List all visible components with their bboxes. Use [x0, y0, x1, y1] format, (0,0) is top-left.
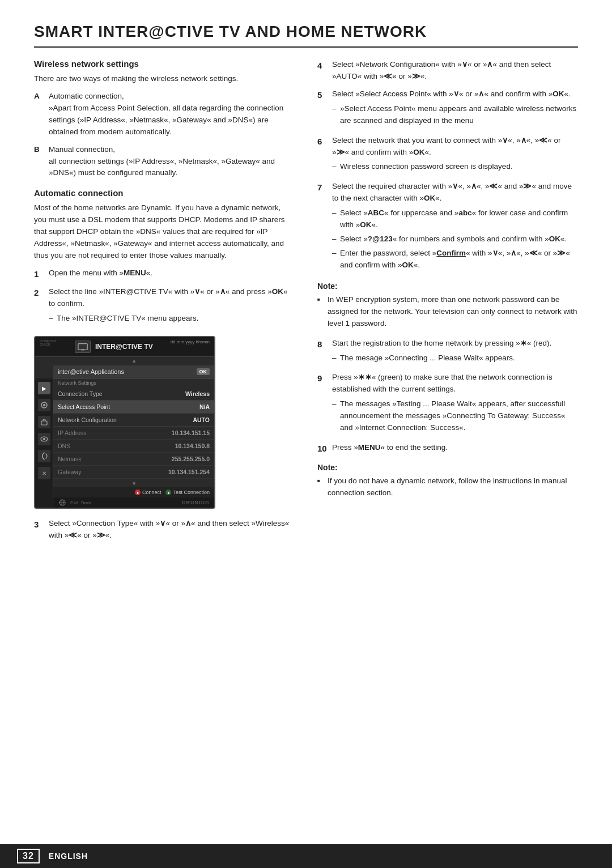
step-number: 3 [34, 518, 44, 542]
tv-ok-btn: OK [197, 368, 210, 375]
step-6: 6 Select the network that you want to co… [317, 135, 578, 176]
note-box-2: Note: If you do not have a dynamic netwo… [317, 463, 578, 499]
step-6-content: Select the network that you want to conn… [332, 135, 578, 176]
step-1: 1 Open the menu with »MENU«. [34, 267, 295, 280]
tv-row-label: Connection Type [58, 390, 103, 397]
step-number: 10 [317, 442, 328, 455]
svg-rect-0 [78, 344, 87, 350]
svg-point-6 [43, 438, 45, 440]
step-number: 9 [317, 372, 328, 436]
step-9-content: Press »∗∗« (green) to make sure that the… [332, 372, 578, 436]
green-dot-icon: ● [165, 490, 171, 495]
tv-row-value: 10.134.151.15 [172, 429, 210, 436]
step-number: 2 [34, 286, 44, 327]
tv-row-value: 10.134.150.8 [175, 442, 210, 449]
step-4: 4 Select »Network Configuration« with »∨… [317, 59, 578, 83]
list-letter-b: B [34, 144, 43, 180]
tv-row-select-access-point: Select Access Point N/A [53, 401, 214, 414]
tv-screen: COMFORTGUIDE INTER@CTIVE TV dd.mm.yyyy h… [34, 336, 215, 509]
test-label: Test Connection [173, 490, 210, 495]
note-bullet-item: In WEP encryption system, more than one … [317, 294, 578, 330]
connect-label: Connect [142, 490, 162, 495]
sidebar-icon-audio [38, 450, 50, 462]
wireless-intro: There are two ways of making the wireles… [34, 73, 295, 85]
tv-row-label: Netmask [58, 456, 81, 462]
menu-key: MENU [124, 269, 146, 277]
list-item: A Automatic connection, »Apart from Acce… [34, 91, 295, 138]
exit-label: Exit [70, 500, 78, 505]
step-number: 7 [317, 181, 328, 273]
language-label: ENGLISH [49, 852, 88, 861]
sidebar-icon-tools: ✕ [38, 467, 50, 479]
note-title-2: Note: [317, 463, 578, 472]
sub-bullet-item: The messages »Testing ... Please Wait« a… [332, 398, 578, 434]
connection-type-a-text: Automatic connection, »Apart from Access… [49, 91, 295, 138]
step-10-content: Press »MENU« to end the setting. [332, 442, 578, 455]
sidebar-icon-network [38, 416, 50, 428]
note-title-1: Note: [317, 282, 578, 291]
step-10: 10 Press »MENU« to end the setting. [317, 442, 578, 455]
step-number: 8 [317, 338, 328, 367]
page-number: 32 [17, 849, 40, 863]
step-number: 6 [317, 135, 328, 176]
tv-menu-title: INTER@CTIVE TV [95, 343, 153, 351]
step-2: 2 Select the line »INTER@CTIVE TV« with … [34, 286, 295, 327]
tv-row-label: IP Address [58, 429, 87, 436]
tv-row-value: 10.134.151.254 [168, 469, 210, 475]
page-title: SMART INTER@CTIVE TV AND HOME NETWORK [34, 23, 578, 48]
sub-bullet-item: Select »?@123« for numbers and symbols a… [332, 233, 578, 245]
back-label: Back [81, 500, 91, 505]
svg-rect-4 [41, 421, 47, 425]
tv-row-label: Network Configuration [58, 416, 117, 423]
tv-chevron-up: ∧ [53, 357, 214, 365]
steps-list-left: 1 Open the menu with »MENU«. 2 Select th… [34, 267, 295, 327]
tv-row-value: 255.255.255.0 [172, 456, 210, 462]
sub-bullet-item: Enter the password, select »Confirm« wit… [332, 248, 578, 271]
tv-row-dns: DNS 10.134.150.8 [53, 440, 214, 453]
page-footer: 32 ENGLISH [0, 844, 612, 868]
sub-bullet-item: The mesage »Connecting ... Please Wait« … [332, 352, 578, 364]
tv-row-label: DNS [58, 442, 70, 449]
tv-menu-screenshot: COMFORTGUIDE INTER@CTIVE TV dd.mm.yyyy h… [34, 336, 295, 509]
wireless-section-title: Wireless network settings [34, 59, 295, 69]
auto-connection-text: Most of the home networks are Dynamic. I… [34, 202, 295, 262]
list-letter-a: A [34, 91, 43, 138]
sub-bullet-item: The »INTER@CTIVE TV« menu appears. [49, 313, 295, 325]
sub-bullet-item: Select »ABC« for uppercase and »abc« for… [332, 207, 578, 231]
note-bullet-item: If you do not have a dynamic network, fo… [317, 475, 578, 499]
tv-datetime: dd.mm.yyyy hh:mm [171, 339, 210, 344]
tv-chevron-down: ∨ [53, 479, 214, 487]
tv-test-btn: ● Test Connection [165, 490, 210, 495]
comfort-guide-label: COMFORTGUIDE [40, 339, 57, 346]
tv-row-network-config: Network Configuration AUTO [53, 414, 214, 427]
step-3: 3 Select »Connection Type« with »∨« or »… [34, 518, 295, 542]
tv-footer-bottom: Exit Back GRUNDIG [53, 497, 214, 508]
grundig-logo: GRUNDIG [182, 500, 210, 505]
tv-row-value: Wireless [185, 390, 210, 397]
note-box-1: Note: In WEP encryption system, more tha… [317, 282, 578, 330]
left-column: Wireless network settings There are two … [34, 59, 295, 547]
sub-bullet-item: Wireless connection password screen is d… [332, 161, 578, 173]
step-1-content: Open the menu with »MENU«. [49, 267, 295, 280]
step-3-list: 3 Select »Connection Type« with »∨« or »… [34, 518, 295, 542]
right-column: 4 Select »Network Configuration« with »∨… [317, 59, 578, 547]
sidebar-icon-play: ▶ [38, 382, 50, 394]
step-9: 9 Press »∗∗« (green) to make sure that t… [317, 372, 578, 436]
step-number: 4 [317, 59, 328, 83]
tv-body: ∧ inter@ctive Applications OK Network Se… [53, 357, 214, 508]
sub-bullet-item: »Select Access Point« menu appears and a… [332, 103, 578, 127]
tv-row-ip-address: IP Address 10.134.151.15 [53, 427, 214, 440]
tv-header: COMFORTGUIDE INTER@CTIVE TV dd.mm.yyyy h… [35, 337, 214, 357]
list-item: B Manual connection, all connection sett… [34, 144, 295, 180]
step-2-content: Select the line »INTER@CTIVE TV« with »∨… [49, 286, 295, 327]
tv-row-value: AUTO [193, 416, 210, 423]
connection-types-list: A Automatic connection, »Apart from Acce… [34, 91, 295, 179]
tv-row-connection-type: Connection Type Wireless [53, 388, 214, 401]
tv-footer-buttons: ● Connect ● Test Connection [53, 487, 214, 497]
connection-type-b-text: Manual connection, all connection settin… [49, 144, 295, 180]
auto-connection-title: Automatic connection [34, 188, 295, 198]
note-bullets-2: If you do not have a dynamic network, fo… [317, 475, 578, 499]
steps-list-right: 4 Select »Network Configuration« with »∨… [317, 59, 578, 274]
svg-rect-1 [81, 350, 84, 351]
step-5-content: Select »Select Access Point« with »∨« or… [332, 88, 578, 129]
